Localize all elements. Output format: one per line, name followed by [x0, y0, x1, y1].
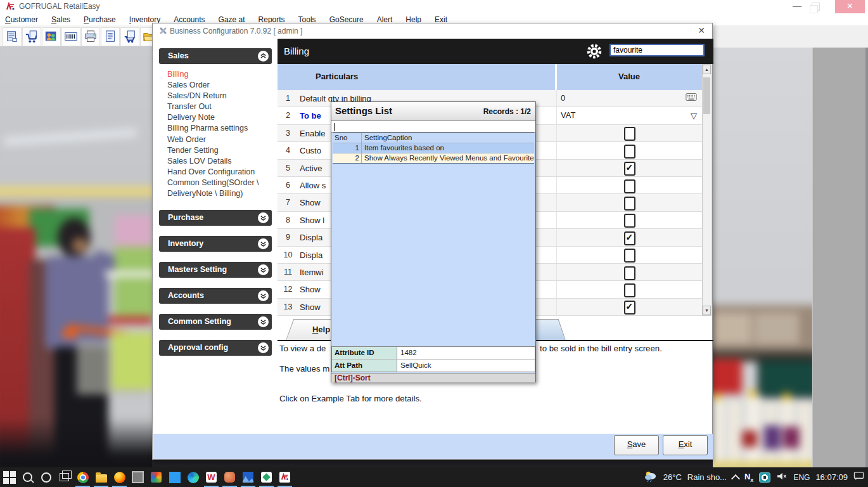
- sidebar-item-web-order[interactable]: Web Order: [167, 134, 276, 145]
- sidebar-item-hand-over[interactable]: Hand Over Configuration: [167, 167, 276, 178]
- app-background-panel: [812, 48, 866, 467]
- row-checkbox[interactable]: ✓: [624, 231, 635, 245]
- sidebar-section-purchase[interactable]: Purchase: [159, 210, 272, 226]
- sidebar-item-sales-lov[interactable]: Sales LOV Details: [167, 156, 276, 167]
- menu-sales[interactable]: Sales: [51, 15, 70, 24]
- search-input[interactable]: [610, 44, 705, 56]
- language-indicator[interactable]: ENG: [793, 473, 810, 482]
- sidebar-section-accounts[interactable]: Accounts: [159, 288, 272, 304]
- row-checkbox[interactable]: ✓: [624, 145, 635, 159]
- volume-muted-icon[interactable]: [776, 472, 788, 483]
- customers-icon[interactable]: [42, 27, 61, 46]
- row-checkbox[interactable]: ✓: [624, 283, 635, 297]
- popup-row[interactable]: 1 Item favourites based on: [333, 143, 534, 153]
- gray-window-icon[interactable]: [129, 467, 147, 487]
- chevron-double-down-icon: [258, 316, 269, 327]
- close-button[interactable]: ✕: [835, 0, 865, 13]
- retaileasy-logo-icon: [6, 2, 15, 11]
- vscode-icon[interactable]: [165, 467, 184, 487]
- row-number: 7: [278, 194, 298, 211]
- purchase-cart-icon[interactable]: [120, 27, 139, 46]
- sidebar-section-masters-setting[interactable]: Masters Setting: [159, 262, 272, 278]
- firefox-icon[interactable]: [110, 467, 129, 487]
- popup-column-sno: Sno: [333, 133, 362, 143]
- help-text-line1-right: to be sold in the bill entry screen.: [540, 344, 662, 353]
- row-checkbox[interactable]: ✓: [624, 179, 635, 193]
- printer-icon[interactable]: [81, 27, 100, 46]
- cortana-icon[interactable]: [37, 467, 55, 487]
- green-diamond-app-icon[interactable]: [257, 467, 276, 487]
- row-checkbox[interactable]: ✓: [624, 266, 635, 280]
- sidebar-section-approval-config[interactable]: Approval config: [159, 340, 272, 356]
- sidebar-item-delivery-note[interactable]: Delivery Note: [167, 112, 276, 123]
- wps-icon[interactable]: W: [202, 467, 220, 487]
- temperature-text[interactable]: 26°C: [663, 472, 682, 482]
- sidebar-item-billing-pharma[interactable]: Billing Pharma settings: [167, 123, 276, 134]
- edge-icon[interactable]: [184, 467, 202, 487]
- sidebar-section-inventory[interactable]: Inventory: [159, 236, 272, 252]
- row-value: 0: [561, 90, 565, 107]
- barcode-icon[interactable]: [61, 27, 80, 46]
- bill-receipt-icon[interactable]: [3, 27, 22, 46]
- restore-button[interactable]: [812, 3, 820, 11]
- scroll-thumb[interactable]: [703, 77, 710, 114]
- menu-purchase[interactable]: Purchase: [84, 15, 116, 24]
- gear-icon[interactable]: [586, 43, 603, 62]
- eye-tray-icon[interactable]: [759, 472, 770, 483]
- row-number: 9: [278, 229, 298, 246]
- search-icon[interactable]: [18, 467, 37, 487]
- section-label: Accounts: [168, 291, 204, 300]
- document-list-icon[interactable]: [101, 27, 120, 46]
- task-view-icon[interactable]: [55, 467, 73, 487]
- sidebar-item-common-setting[interactable]: Common Setting(SOrder \ DeliveryNote \ B…: [167, 178, 276, 199]
- keyboard-icon[interactable]: [686, 93, 697, 104]
- toolbar-right-filler: [713, 25, 868, 48]
- chevron-double-up-icon: [258, 51, 269, 62]
- chrome-icon[interactable]: [73, 467, 92, 487]
- system-tray: 26°C Rain sho... Nx ENG 16:07:09: [644, 467, 864, 487]
- table-scrollbar[interactable]: ▲ ▼: [702, 64, 712, 316]
- section-label: Sales: [168, 51, 189, 60]
- save-button[interactable]: Save: [614, 435, 659, 455]
- sidebar-item-tender-setting[interactable]: Tender Setting: [167, 145, 276, 156]
- sidebar-item-sales-dn-return[interactable]: Sales/DN Return: [167, 91, 276, 101]
- colorful-s-app-icon[interactable]: [147, 467, 165, 487]
- row-checkbox[interactable]: ✓: [624, 301, 635, 315]
- store-photo-left: [0, 46, 152, 467]
- sidebar-section-sales[interactable]: Sales: [159, 48, 272, 64]
- menu-customer[interactable]: Customer: [5, 15, 38, 24]
- popup-row[interactable]: 2 Show Always Recently Viewed Menus and …: [333, 153, 534, 164]
- dialog-close-icon[interactable]: ✕: [696, 25, 707, 37]
- sidebar-item-transfer-out[interactable]: Transfer Out: [167, 101, 276, 112]
- clock[interactable]: 16:07:09: [815, 472, 848, 482]
- sidebar-item-sales-order[interactable]: Sales Order: [167, 80, 276, 91]
- scroll-down-icon[interactable]: ▼: [703, 306, 711, 315]
- section-label: Inventory: [168, 239, 203, 248]
- text-caret: [334, 123, 335, 131]
- tray-expand-icon[interactable]: [731, 474, 740, 483]
- minimize-button[interactable]: —: [784, 0, 810, 13]
- weather-text[interactable]: Rain sho...: [687, 472, 727, 482]
- row-checkbox[interactable]: ✓: [624, 197, 635, 211]
- row-checkbox[interactable]: ✓: [624, 127, 635, 141]
- dropdown-triangle-icon[interactable]: ▽: [691, 110, 697, 122]
- start-icon[interactable]: [0, 467, 18, 487]
- section-label: Purchase: [168, 213, 203, 222]
- notification-icon[interactable]: [853, 471, 864, 483]
- settings-filter-input[interactable]: [331, 121, 535, 133]
- nx-tray-icon[interactable]: Nx: [744, 472, 753, 483]
- sidebar-section-common-setting[interactable]: Common Setting: [159, 314, 272, 330]
- weather-icon[interactable]: [644, 471, 658, 484]
- retaileasy-icon[interactable]: [276, 467, 294, 487]
- file-explorer-icon[interactable]: [92, 467, 110, 487]
- row-checkbox[interactable]: ✓: [624, 249, 635, 263]
- scroll-up-icon[interactable]: ▲: [703, 65, 711, 74]
- photos-icon[interactable]: [239, 467, 257, 487]
- orange-app-icon[interactable]: [220, 467, 239, 487]
- row-checkbox[interactable]: ✓: [624, 214, 635, 228]
- row-checkbox[interactable]: ✓: [624, 162, 635, 176]
- exit-button[interactable]: Exit: [663, 435, 708, 455]
- taskbar: W 26°C Rain sho... Nx ENG 16:07:09: [0, 467, 868, 487]
- sidebar-item-billing[interactable]: Billing: [167, 69, 276, 80]
- sales-cart-icon[interactable]: [22, 27, 41, 46]
